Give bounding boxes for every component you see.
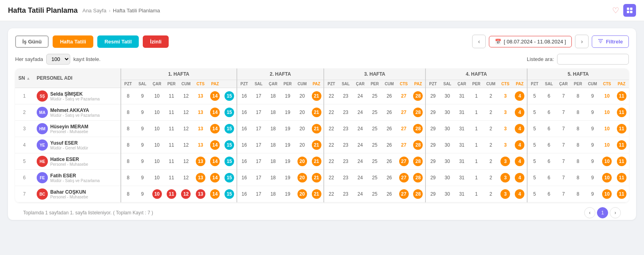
day-cell-7-17: 17 [251, 186, 266, 202]
week-3-header: 3. HAFTA [324, 69, 425, 80]
filter-button[interactable]: Filtrele [592, 35, 629, 48]
day-cell-6-5: 5 [527, 170, 542, 186]
pag-next[interactable]: › [610, 207, 621, 218]
name-cell: HE Hatice ESER Personel - Muhasebe [33, 153, 120, 170]
date-range-button[interactable]: 📅 [ 08.07.2024 - 11.08.2024 ] [489, 36, 572, 47]
day-cell-7-14: 14 [208, 186, 222, 202]
day-cell-3-6: 6 [542, 121, 556, 137]
day-cell-7-27: 27 [396, 186, 411, 202]
name-cell: SŞ Selda ŞİMŞEK Müdür - Satış ve Pazarla… [33, 88, 120, 104]
day-cell-1-11: 11 [614, 88, 629, 104]
day-cell-3-10: 10 [600, 121, 614, 137]
day-cell-5-18: 18 [266, 153, 280, 170]
per-page-suffix: kayıt listele. [73, 56, 100, 62]
day-cell-3-24: 24 [353, 121, 367, 137]
day-header-3. HAFTA-27: CTS [396, 80, 411, 88]
pag-1[interactable]: 1 [597, 207, 608, 218]
day-cell-6-6: 6 [542, 170, 556, 186]
day-cell-6-8: 8 [121, 170, 135, 186]
day-cell-4-28: 28 [411, 137, 425, 153]
breadcrumb-home[interactable]: Ana Sayfa [83, 8, 106, 14]
day-cell-3-17: 17 [251, 121, 266, 137]
day-cell-6-7: 7 [556, 170, 571, 186]
name-cell: HM Hüseyin MERAM Personel - Muhasebe [33, 121, 120, 137]
day-cell-3-7: 7 [556, 121, 571, 137]
sn-cell: 5 [15, 153, 33, 170]
day-header-2. HAFTA-18: ÇAR [266, 80, 280, 88]
day-cell-2-11: 11 [164, 104, 179, 121]
day-cell-6-26: 26 [382, 170, 396, 186]
day-cell-2-9: 9 [135, 104, 150, 121]
day-cell-6-23: 23 [339, 170, 353, 186]
day-cell-4-19: 19 [280, 137, 295, 153]
day-cell-5-4: 4 [513, 153, 527, 170]
day-cell-3-16: 16 [237, 121, 251, 137]
day-cell-7-22: 22 [324, 186, 338, 202]
day-cell-7-24: 24 [353, 186, 367, 202]
sn-cell: 4 [15, 137, 33, 153]
day-cell-1-26: 26 [382, 88, 396, 104]
day-cell-5-19: 19 [280, 153, 295, 170]
per-page-select[interactable]: 100 50 25 [46, 54, 70, 65]
day-cell-7-4: 4 [513, 186, 527, 202]
day-cell-3-10: 10 [150, 121, 164, 137]
pag-prev[interactable]: ‹ [584, 207, 595, 218]
day-cell-6-3: 3 [498, 170, 512, 186]
day-cell-7-9: 9 [135, 186, 150, 202]
filter-label: Filtrele [606, 39, 623, 45]
day-cell-6-4: 4 [513, 170, 527, 186]
day-cell-2-3: 3 [498, 104, 512, 121]
day-cell-4-3: 3 [498, 137, 512, 153]
day-header-1. HAFTA-11: PER [164, 80, 179, 88]
day-cell-7-6: 6 [542, 186, 556, 202]
day-cell-6-9: 9 [135, 170, 150, 186]
day-cell-3-9: 9 [585, 121, 600, 137]
is-gunu-legend[interactable]: İş Günü [15, 35, 49, 48]
sn-cell: 3 [15, 121, 33, 137]
day-cell-7-23: 23 [339, 186, 353, 202]
day-header-3. HAFTA-28: PAZ [411, 80, 425, 88]
day-cell-3-11: 11 [164, 121, 179, 137]
day-cell-6-13: 13 [193, 170, 208, 186]
day-cell-6-12: 12 [179, 170, 193, 186]
day-cell-6-17: 17 [251, 170, 266, 186]
resmi-tatil-legend[interactable]: Resmi Tatil [97, 35, 139, 48]
day-cell-4-16: 16 [237, 137, 251, 153]
day-cell-5-2: 2 [484, 153, 498, 170]
search-input[interactable] [557, 54, 629, 65]
day-cell-3-12: 12 [179, 121, 193, 137]
day-cell-7-10: 10 [150, 186, 164, 202]
week-4-header: 4. HAFTA [425, 69, 527, 80]
table-row: 3 HM Hüseyin MERAM Personel - Muhasebe 8… [15, 121, 629, 137]
heart-icon[interactable]: ♡ [612, 6, 619, 15]
day-header-3. HAFTA-23: SAL [339, 80, 353, 88]
day-cell-4-26: 26 [382, 137, 396, 153]
col-name-header: PERSONEL ADI [33, 69, 120, 88]
day-cell-3-23: 23 [339, 121, 353, 137]
day-cell-1-8: 8 [121, 88, 135, 104]
day-cell-1-2: 2 [484, 88, 498, 104]
day-cell-2-11: 11 [614, 104, 629, 121]
day-header-4. HAFTA-2: CUM [484, 80, 498, 88]
next-button[interactable]: › [575, 35, 589, 48]
day-cell-5-10: 10 [150, 153, 164, 170]
day-cell-7-2: 2 [484, 186, 498, 202]
name-cell: FE Fatih ESER Müdür - Satış ve Pazarlama [33, 170, 120, 186]
day-header-4. HAFTA-29: PZT [425, 80, 440, 88]
izinli-legend[interactable]: İzinli [143, 35, 169, 48]
day-cell-1-6: 6 [542, 88, 556, 104]
day-cell-1-1: 1 [469, 88, 483, 104]
day-cell-1-10: 10 [600, 88, 614, 104]
prev-button[interactable]: ‹ [472, 35, 486, 48]
day-cell-5-13: 13 [193, 153, 208, 170]
table-row: 1 SŞ Selda ŞİMŞEK Müdür - Satış ve Pazar… [15, 88, 629, 104]
day-cell-6-8: 8 [571, 170, 585, 186]
grid-icon[interactable] [623, 4, 636, 17]
hafta-tatili-legend[interactable]: Hafta Tatili [53, 35, 93, 48]
day-header-1. HAFTA-15 [222, 80, 236, 88]
day-header-1. HAFTA-14: PAZ [208, 80, 222, 88]
day-cell-5-3: 3 [498, 153, 512, 170]
day-header-3. HAFTA-24: ÇAR [353, 80, 367, 88]
day-cell-1-8: 8 [571, 88, 585, 104]
day-cell-1-12: 12 [179, 88, 193, 104]
